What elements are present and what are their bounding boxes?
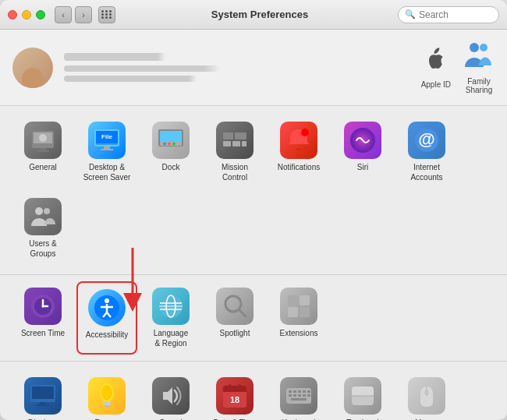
svg-point-0 [470,43,479,52]
search-icon: 🔍 [405,9,416,19]
user-info [64,53,421,82]
svg-rect-75 [289,394,292,397]
svg-rect-57 [37,404,49,406]
svg-rect-70 [289,390,292,393]
title-bar: ‹ › System Preferences 🔍 [0,0,507,30]
svg-point-6 [39,134,47,142]
user-detail-blur2 [64,76,197,82]
screentime-label: Screen Time [21,328,65,338]
svg-rect-82 [352,386,374,396]
pref-item-mouse[interactable]: Mouse [396,371,457,420]
internet-label: InternetAccounts [410,162,442,182]
content-area: Apple ID FamilySharing [0,30,507,420]
pref-item-keyboard[interactable]: Keyboard [268,371,329,420]
extensions-label: Extensions [280,328,318,338]
desktop-label: Desktop &Screen Saver [83,162,131,182]
notifications-label: Notifications [278,162,320,172]
svg-rect-26 [296,148,301,150]
svg-point-30 [35,207,43,215]
mission-label: MissionControl [222,162,248,182]
pref-item-energy[interactable]: EnergySaver [76,371,137,420]
maximize-button[interactable] [36,10,45,19]
users-icon [24,198,62,235]
user-section: Apple ID FamilySharing [0,30,507,106]
pref-item-datetime[interactable]: 18 Date & Time [204,371,265,420]
svg-rect-77 [298,394,301,397]
svg-rect-73 [303,390,306,393]
pref-item-sound[interactable]: Sound [140,371,201,420]
avatar [12,48,53,88]
avatar-face [22,68,44,88]
pref-item-dock[interactable]: Dock [140,115,201,189]
language-label: Language& Region [154,328,189,348]
general-label: General [29,162,57,172]
svg-rect-78 [303,394,306,397]
section-accessibility: Screen Time Accessibilit [0,275,507,362]
pref-item-screentime[interactable]: Screen Time [12,281,73,355]
svg-rect-53 [300,307,310,317]
svg-point-38 [105,298,109,303]
svg-rect-52 [288,307,298,317]
notifications-icon [280,122,317,159]
minimize-button[interactable] [22,10,31,19]
pref-item-general[interactable]: General [12,115,73,189]
mouse-icon [408,377,445,415]
accessibility-label: Accessibility [86,330,128,340]
trackpad-icon [344,377,381,415]
family-sharing-button[interactable]: FamilySharing [463,41,495,94]
svg-rect-72 [298,390,301,393]
svg-text:File: File [101,133,112,140]
pref-item-mission[interactable]: MissionControl [204,115,265,189]
svg-rect-5 [37,150,49,152]
back-button[interactable]: ‹ [55,6,72,23]
svg-point-36 [42,305,44,308]
apple-id-button[interactable]: Apple ID [421,47,451,89]
datetime-icon: 18 [216,377,254,415]
search-input[interactable] [419,9,481,20]
pref-item-siri[interactable]: Siri [332,115,393,189]
svg-rect-71 [293,390,296,393]
family-sharing-icon [463,41,495,74]
svg-rect-74 [307,390,310,393]
search-bar[interactable]: 🔍 [398,6,499,23]
svg-rect-11 [101,149,113,150]
pref-item-trackpad[interactable]: Trackpad [332,371,393,420]
section-hardware: Displays EnergySaver [0,362,507,420]
pref-item-language[interactable]: Language& Region [140,281,201,355]
pref-item-extensions[interactable]: Extensions [268,281,329,355]
svg-rect-51 [300,295,310,305]
svg-rect-21 [235,132,246,139]
pref-item-internet[interactable]: @ InternetAccounts [396,115,457,189]
displays-icon [24,377,62,415]
family-sharing-label: FamilySharing [466,77,492,94]
pref-item-accessibility[interactable]: Accessibility [76,281,137,355]
pref-item-users[interactable]: Users &Groups [12,192,73,265]
system-preferences-window: ‹ › System Preferences 🔍 [0,0,507,420]
apple-logo-icon [424,47,448,77]
close-button[interactable] [8,10,17,19]
svg-text:18: 18 [230,395,239,404]
user-right-actions: Apple ID FamilySharing [421,41,495,94]
dock-label: Dock [162,162,180,172]
svg-rect-23 [232,141,240,146]
pref-item-desktop[interactable]: File Desktop &Screen Saver [76,115,137,189]
user-detail-blur [64,65,220,72]
svg-rect-68 [239,384,241,388]
spotlight-icon [216,288,254,325]
pref-item-displays[interactable]: Displays [12,371,73,420]
svg-point-59 [101,385,112,401]
svg-rect-61 [105,405,109,407]
pref-item-spotlight[interactable]: Spotlight [204,281,265,355]
pref-item-notifications[interactable]: Notifications [268,115,329,189]
desktop-icon: File [88,122,126,159]
forward-button[interactable]: › [75,6,92,23]
svg-line-49 [239,309,246,316]
grid-dots-icon [101,10,112,19]
internet-icon: @ [408,122,445,159]
section-personal: General File Desktop &Scr [0,106,507,275]
energy-icon [88,377,126,415]
screentime-icon [24,288,62,325]
grid-view-button[interactable] [98,6,115,23]
svg-point-31 [44,208,50,214]
svg-rect-22 [223,141,231,146]
